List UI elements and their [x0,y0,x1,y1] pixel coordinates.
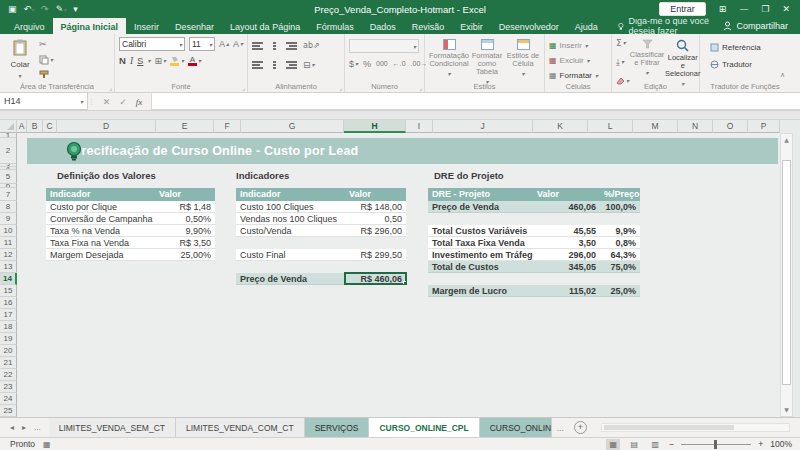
table-row[interactable]: Vendas nos 100 Cliques0,50 [236,213,406,225]
orientation-icon[interactable]: ab⇗ [303,41,320,51]
tab-ajuda[interactable]: Ajuda [567,18,606,34]
row-header-16[interactable]: 16 [0,297,17,309]
page-break-view-icon[interactable]: ▥ [648,439,662,450]
increase-font-icon[interactable]: A▴ [219,39,229,49]
column-header-E[interactable]: E [156,120,214,133]
empty-row[interactable] [428,213,640,225]
translator-button[interactable]: Tradutor [710,58,787,71]
save-icon[interactable]: ▣ [8,4,17,14]
touch-mode-icon[interactable]: ✎▾ [56,4,67,14]
column-header-G[interactable]: G [241,120,344,133]
tab-exibir[interactable]: Exibir [452,18,491,34]
italic-button[interactable]: I [130,56,133,66]
insert-function-icon[interactable]: fx [136,97,143,107]
table-row[interactable]: Total Taxa Fixa Venda3,500,8% [428,237,640,249]
row-header-23[interactable]: 23 [0,381,17,393]
ribbon-display-options-icon[interactable]: ⊞ [719,4,727,14]
dialog-launcher-icon[interactable]: ⌟ [419,84,422,91]
column-header-I[interactable]: I [406,120,433,133]
share-button[interactable]: Compartilhar [723,18,800,34]
tab-revisão[interactable]: Revisão [404,18,453,34]
cell-styles-button[interactable]: Estilos de Célula▾ [505,37,541,86]
sign-in-button[interactable]: Entrar [659,2,706,16]
row-header-22[interactable]: 22 [0,369,17,381]
percent-style-icon[interactable]: % [363,59,371,69]
column-header-P[interactable]: P [748,120,780,133]
row-header-18[interactable]: 18 [0,321,17,333]
tab-desenhar[interactable]: Desenhar [167,18,222,34]
table-row[interactable]: Total Custos Variáveis45,559,9% [428,225,640,237]
align-right-icon[interactable] [286,61,297,69]
row-header-11[interactable]: 11 [0,237,17,249]
table-row[interactable]: Taxa % na Venda9,90% [46,225,215,237]
sheet-tab-curso-online-cpl[interactable]: CURSO_ONLINE_CPL [369,418,479,437]
zoom-out-button[interactable]: − [669,439,674,449]
table-row[interactable]: Preço de Venda460,06100,0% [428,201,640,213]
table-row[interactable]: Custo 100 CliquesR$ 148,00 [236,201,406,213]
scroll-up-icon[interactable]: ▲ [781,134,792,146]
font-name-select[interactable]: Calibri▾ [119,37,185,51]
autosum-button[interactable]: Σ▾ [616,38,629,48]
page-layout-view-icon[interactable]: ▤ [627,439,641,450]
sheet-tab-limites-venda-sem-ct[interactable]: LIMITES_VENDA_SEM_CT [49,418,176,437]
row-header-14[interactable]: 14 [0,273,17,285]
table-row[interactable]: Investimento em Tráfego296,0064,3% [428,249,640,261]
table-row[interactable]: Margem de Lucro115,0225,0% [428,285,640,297]
table-row[interactable]: Margem Desejada25,00% [46,249,215,261]
format-as-table-button[interactable]: Formatar como Tabela▾ [469,37,505,86]
sheet-tab-curso-onlin[interactable]: CURSO_ONLIN [480,418,552,437]
column-header-N[interactable]: N [678,120,713,133]
sheet-nav-right-icon[interactable]: ▸ [22,423,26,432]
empty-row[interactable] [236,261,406,273]
row-header-9[interactable]: 9 [0,213,17,225]
selected-cell-h14[interactable]: R$ 460,06 [345,273,406,284]
row-header-5[interactable]: 5 [0,170,17,184]
column-header-O[interactable]: O [713,120,748,133]
column-header-L[interactable]: L [588,120,633,133]
column-header-B[interactable]: B [27,120,43,133]
row-header-10[interactable]: 10 [0,225,17,237]
column-header-C[interactable]: C [43,120,57,133]
row-header-13[interactable]: 13 [0,261,17,273]
accounting-format-icon[interactable]: $▾ [349,59,358,69]
macro-record-icon[interactable]: ▦ [43,440,51,449]
row-header-17[interactable]: 17 [0,309,17,321]
borders-button[interactable]: ⊞▾ [154,56,166,66]
dialog-launcher-icon[interactable]: ⌟ [339,84,342,91]
dialog-launcher-icon[interactable]: ⌟ [242,84,245,91]
conditional-formatting-button[interactable]: Formatação Condicional▾ [429,37,469,86]
sheet-overflow-left[interactable]: ... [34,423,41,432]
column-header-F[interactable]: F [214,120,241,133]
redo-icon[interactable]: ↷ [41,4,49,14]
undo-icon[interactable]: ↶▾ [24,4,35,14]
row-header-25[interactable]: 25 [0,405,17,417]
zoom-slider-thumb[interactable] [714,440,717,449]
cancel-entry-icon[interactable]: ✕ [103,97,111,107]
column-header-K[interactable]: K [533,120,588,133]
copy-button[interactable]: ▾ [39,55,53,65]
fill-button[interactable]: ⤓▾ [616,57,629,67]
scroll-down-icon[interactable]: ▼ [781,404,792,416]
row-header-15[interactable]: 15 [0,285,17,297]
column-header-J[interactable]: J [433,120,533,133]
find-select-button[interactable]: Localizar e Selecionar▾ [665,37,700,88]
select-all-corner[interactable] [0,120,17,133]
column-header-D[interactable]: D [57,120,156,133]
empty-row[interactable] [236,237,406,249]
tab-dados[interactable]: Dados [362,18,404,34]
reference-button[interactable]: Referência [710,41,787,54]
row-header-2[interactable]: 2 [0,138,17,164]
horizontal-scrollbar[interactable] [601,423,790,432]
zoom-slider[interactable] [681,444,751,445]
decrease-font-icon[interactable]: A▾ [233,39,243,49]
bold-button[interactable]: N [119,55,126,66]
tab-página-inicial[interactable]: Página Inicial [53,18,127,34]
row-header-19[interactable]: 19 [0,333,17,345]
sheet-canvas[interactable]: Precificação de Curso Online - Custo por… [17,133,780,417]
tab-layout-da-página[interactable]: Layout da Página [222,18,308,34]
table-row[interactable]: Custo FinalR$ 299,50 [236,249,406,261]
empty-row[interactable] [428,273,640,285]
confirm-entry-icon[interactable]: ✓ [119,97,127,107]
fill-color-button[interactable]: ▾ [170,56,184,66]
dialog-launcher-icon[interactable]: ⌟ [109,84,112,91]
